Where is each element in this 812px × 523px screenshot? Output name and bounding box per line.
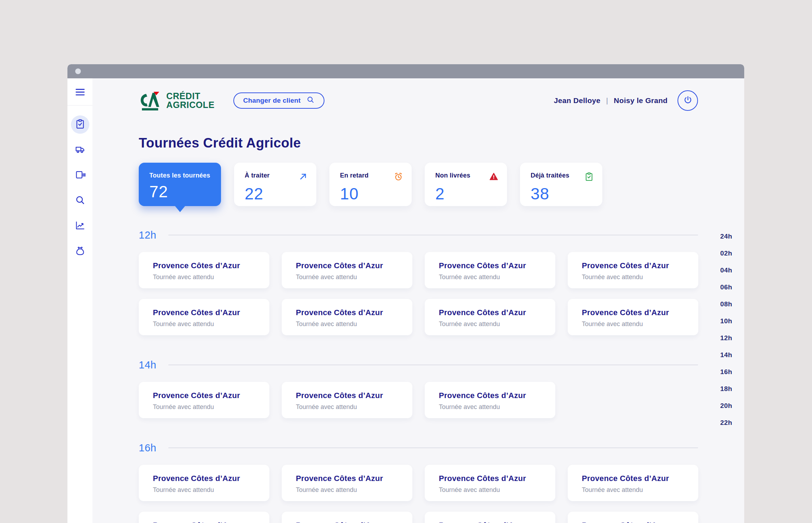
tour-card-title: Provence Côtes d’Azur	[153, 521, 259, 523]
sidebar-item-truck[interactable]	[71, 141, 89, 159]
tour-card-subtitle: Tournée avec attendu	[439, 273, 545, 281]
truck-icon	[75, 144, 85, 156]
credit-agricole-logo-icon	[139, 91, 161, 110]
sidebar-item-search[interactable]	[71, 192, 89, 210]
time-rail-label: 10h	[712, 317, 740, 325]
tour-card-subtitle: Tournée avec attendu	[153, 403, 259, 411]
stat-label: En retard	[340, 172, 369, 179]
tour-card-title: Provence Côtes d’Azur	[582, 474, 688, 483]
clipboard-check-icon	[75, 119, 85, 131]
stat-card-a-traiter[interactable]: À traiter 22	[234, 163, 316, 206]
time-rail-label: 06h	[712, 283, 740, 291]
header-right: Jean Delloye | Noisy le Grand	[554, 90, 698, 111]
window-control-dot[interactable]	[75, 68, 81, 74]
tour-card-grid: Provence Côtes d’Azur Tournée avec atten…	[139, 299, 698, 335]
tour-card-subtitle: Tournée avec attendu	[296, 403, 402, 411]
user-separator: |	[606, 96, 608, 105]
stat-value: 2	[435, 184, 498, 203]
tour-card[interactable]: Provence Côtes d’Azur Tournée avec atten…	[139, 465, 269, 501]
stat-value: 10	[340, 184, 403, 203]
tour-card[interactable]: Provence Côtes d’Azur Tournée avec atten…	[568, 299, 698, 335]
tour-card[interactable]: Provence Côtes d’Azur Tournée avec atten…	[282, 299, 412, 335]
tour-card[interactable]: Provence Côtes d’Azur Tournée avec atten…	[425, 512, 555, 523]
tour-card-subtitle: Tournée avec attendu	[296, 273, 402, 281]
tour-card[interactable]: Provence Côtes d’Azur Tournée avec atten…	[425, 465, 555, 501]
tour-card-title: Provence Côtes d’Azur	[153, 308, 259, 317]
logout-power-button[interactable]	[677, 90, 698, 111]
section-divider	[168, 447, 698, 448]
tour-card-subtitle: Tournée avec attendu	[153, 320, 259, 328]
tour-card-title: Provence Côtes d’Azur	[296, 261, 402, 270]
warning-triangle-icon	[489, 172, 498, 181]
change-client-button[interactable]: Changer de client	[233, 92, 324, 109]
tour-card[interactable]: Provence Côtes d’Azur Tournée avec atten…	[139, 512, 269, 523]
stat-value: 38	[531, 184, 594, 203]
sidebar-item-clipboard-check[interactable]	[71, 115, 89, 134]
stat-card-en-retard[interactable]: En retard 10	[329, 163, 412, 206]
tour-card-title: Provence Côtes d’Azur	[296, 308, 402, 317]
time-rail-label: 08h	[712, 300, 740, 308]
tour-card[interactable]: Provence Côtes d’Azur Tournée avec atten…	[282, 252, 412, 288]
time-section-16h: 16h Provence Côtes d’Azur Tournée avec a…	[139, 441, 698, 523]
tour-card[interactable]: Provence Côtes d’Azur Tournée avec atten…	[282, 465, 412, 501]
tour-card-subtitle: Tournée avec attendu	[582, 320, 688, 328]
tour-card[interactable]: Provence Côtes d’Azur Tournée avec atten…	[425, 382, 555, 418]
tour-card[interactable]: Provence Côtes d’Azur Tournée avec atten…	[568, 465, 698, 501]
tour-card[interactable]: Provence Côtes d’Azur Tournée avec atten…	[282, 382, 412, 418]
tour-card-title: Provence Côtes d’Azur	[296, 474, 402, 483]
user-info: Jean Delloye | Noisy le Grand	[554, 96, 668, 105]
tour-card-title: Provence Côtes d’Azur	[439, 261, 545, 270]
time-rail-label: 16h	[712, 368, 740, 376]
brand-line1: CRÉDIT	[166, 92, 215, 101]
brand-line2: AGRICOLE	[166, 101, 215, 109]
tour-card[interactable]: Provence Côtes d’Azur Tournée avec atten…	[139, 299, 269, 335]
tour-card[interactable]: Provence Côtes d’Azur Tournée avec atten…	[139, 382, 269, 418]
tour-card-subtitle: Tournée avec attendu	[582, 486, 688, 494]
sidebar-item-cash-register[interactable]	[71, 166, 89, 185]
tour-card-title: Provence Côtes d’Azur	[153, 391, 259, 400]
credit-agricole-logo: CRÉDIT AGRICOLE	[139, 91, 215, 110]
tour-card-subtitle: Tournée avec attendu	[153, 273, 259, 281]
clipboard-check-icon	[584, 172, 594, 181]
stat-value: 22	[245, 184, 308, 203]
sections: 12h Provence Côtes d’Azur Tournée avec a…	[139, 229, 698, 523]
time-rail-label: 18h	[712, 385, 740, 393]
tour-card-subtitle: Tournée avec attendu	[153, 486, 259, 494]
section-time-label: 16h	[139, 442, 156, 454]
stat-card-non-livrees[interactable]: Non livrées 2	[425, 163, 507, 206]
section-divider	[168, 365, 698, 365]
time-rail-label: 24h	[712, 232, 740, 241]
user-location: Noisy le Grand	[614, 96, 668, 105]
sidebar-item-chart-trending[interactable]	[71, 217, 89, 235]
window-titlebar[interactable]	[67, 64, 744, 78]
stat-label: Non livrées	[435, 172, 470, 179]
chart-trending-icon	[75, 220, 85, 232]
tour-card-title: Provence Côtes d’Azur	[582, 521, 688, 523]
search-icon	[75, 195, 85, 207]
tour-card[interactable]: Provence Côtes d’Azur Tournée avec atten…	[425, 299, 555, 335]
window-body: CRÉDIT AGRICOLE Changer de client Jean D…	[67, 78, 744, 523]
tour-card-title: Provence Côtes d’Azur	[582, 308, 688, 317]
tour-card-subtitle: Tournée avec attendu	[296, 486, 402, 494]
tour-card[interactable]: Provence Côtes d’Azur Tournée avec atten…	[425, 252, 555, 288]
tour-card[interactable]: Provence Côtes d’Azur Tournée avec atten…	[282, 512, 412, 523]
tour-card[interactable]: Provence Côtes d’Azur Tournée avec atten…	[568, 252, 698, 288]
hamburger-menu-icon[interactable]	[74, 86, 86, 98]
section-divider	[168, 235, 698, 235]
search-icon	[306, 96, 315, 106]
tour-card-title: Provence Côtes d’Azur	[439, 308, 545, 317]
main-column: CRÉDIT AGRICOLE Changer de client Jean D…	[139, 90, 698, 523]
tour-card[interactable]: Provence Côtes d’Azur Tournée avec atten…	[568, 512, 698, 523]
app-window: CRÉDIT AGRICOLE Changer de client Jean D…	[67, 64, 744, 523]
user-name: Jean Delloye	[554, 96, 601, 105]
stat-card-deja-traitees[interactable]: Déjà traitées 38	[520, 163, 602, 206]
tour-card-subtitle: Tournée avec attendu	[296, 320, 402, 328]
brand-wordmark: CRÉDIT AGRICOLE	[166, 92, 215, 109]
tour-card-grid: Provence Côtes d’Azur Tournée avec atten…	[139, 512, 698, 523]
stat-card-toutes-les-tournees[interactable]: Toutes les tournées 72	[139, 163, 221, 206]
sidebar-item-money-bag[interactable]	[71, 242, 89, 261]
tour-card[interactable]: Provence Côtes d’Azur Tournée avec atten…	[139, 252, 269, 288]
tour-card-title: Provence Côtes d’Azur	[439, 474, 545, 483]
tour-card-title: Provence Côtes d’Azur	[582, 261, 688, 270]
tour-card-title: Provence Côtes d’Azur	[153, 474, 259, 483]
